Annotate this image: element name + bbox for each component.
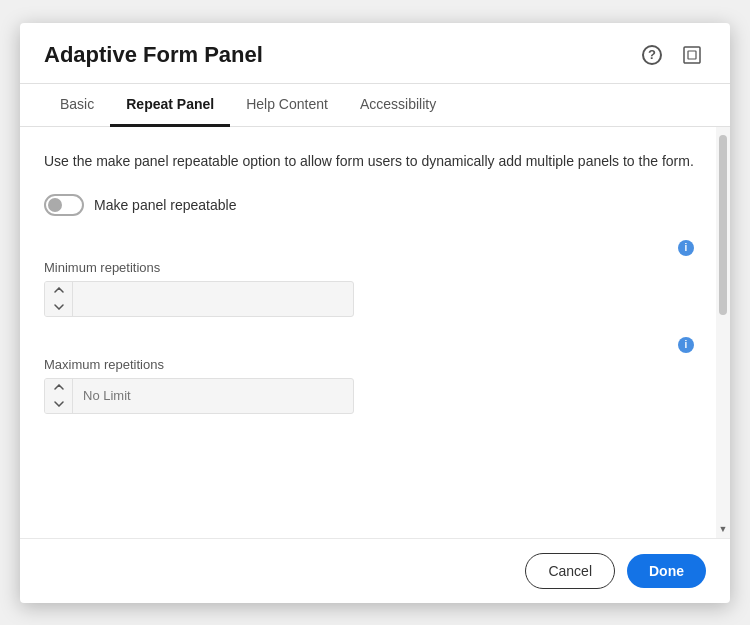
tab-basic[interactable]: Basic (44, 84, 110, 127)
tab-repeat-panel[interactable]: Repeat Panel (110, 84, 230, 127)
up-chevron-icon (54, 384, 64, 390)
dialog-content: Use the make panel repeatable option to … (20, 127, 730, 538)
cancel-button[interactable]: Cancel (525, 553, 615, 589)
down-chevron-icon (54, 401, 64, 407)
expand-icon (682, 45, 702, 65)
down-chevron-icon (54, 304, 64, 310)
dialog-header: Adaptive Form Panel ? (20, 23, 730, 84)
max-repetitions-down[interactable] (45, 396, 72, 413)
min-repetitions-down[interactable] (45, 299, 72, 316)
expand-button[interactable] (678, 41, 706, 69)
help-icon: ? (642, 45, 662, 65)
max-repetitions-info-icon[interactable]: i (678, 337, 694, 353)
max-repetitions-up[interactable] (45, 379, 72, 396)
max-repetitions-spinner[interactable] (44, 378, 354, 414)
tab-help-content[interactable]: Help Content (230, 84, 344, 127)
min-repetitions-label-row: Minimum repetitions (44, 260, 694, 275)
toggle-label: Make panel repeatable (94, 197, 236, 213)
max-repetitions-label-row: Maximum repetitions (44, 357, 694, 372)
max-repetitions-label: Maximum repetitions (44, 357, 164, 372)
max-repetitions-arrows (45, 379, 73, 413)
min-repetitions-up[interactable] (45, 282, 72, 299)
dialog-footer: Cancel Done (20, 538, 730, 603)
help-button[interactable]: ? (638, 41, 666, 69)
tabs-bar: Basic Repeat Panel Help Content Accessib… (20, 84, 730, 127)
max-repetitions-section: i Maximum repetitions (44, 337, 694, 414)
done-button[interactable]: Done (627, 554, 706, 588)
min-repetitions-arrows (45, 282, 73, 316)
scrollbar-thumb[interactable] (719, 135, 727, 315)
dialog-title: Adaptive Form Panel (44, 42, 263, 68)
scroll-down-arrow[interactable]: ▼ (719, 524, 728, 534)
scrollbar-track[interactable]: ▼ (716, 127, 730, 538)
description-text: Use the make panel repeatable option to … (44, 151, 694, 172)
min-repetitions-spinner[interactable] (44, 281, 354, 317)
toggle-row: Make panel repeatable (44, 194, 694, 216)
adaptive-form-panel-dialog: Adaptive Form Panel ? Basic Repeat Panel… (20, 23, 730, 603)
up-chevron-icon (54, 287, 64, 293)
svg-rect-1 (688, 51, 696, 59)
tab-accessibility[interactable]: Accessibility (344, 84, 452, 127)
min-repetitions-label: Minimum repetitions (44, 260, 160, 275)
max-repetitions-input[interactable] (73, 388, 353, 403)
min-repetitions-info-icon[interactable]: i (678, 240, 694, 256)
min-repetitions-section: i Minimum repetitions (44, 240, 694, 317)
header-icons: ? (638, 41, 706, 69)
make-panel-repeatable-toggle[interactable] (44, 194, 84, 216)
svg-rect-0 (684, 47, 700, 63)
min-repetitions-input[interactable] (73, 291, 353, 306)
